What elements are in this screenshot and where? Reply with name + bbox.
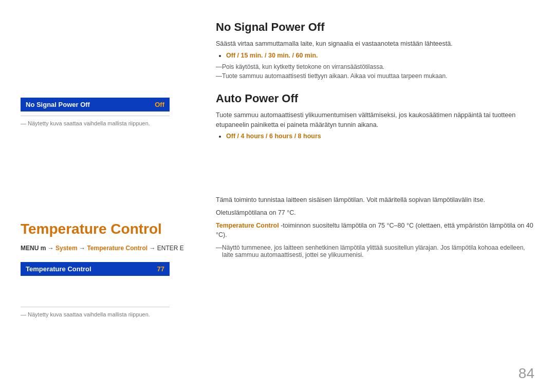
- temperature-title: Temperature Control: [21, 221, 195, 237]
- temperature-footnote-wrapper: ― Näytetty kuva saattaa vaihdella mallis…: [21, 307, 195, 318]
- menu-path-prefix: MENU m →: [21, 245, 55, 252]
- page-number: 84: [519, 365, 534, 382]
- no-signal-highlight-item: Off / 15 min. / 30 min. / 60 min.: [226, 52, 534, 59]
- auto-power-title: Auto Power Off: [216, 92, 534, 105]
- auto-power-section: Auto Power Off Tuote sammuu automaattise…: [216, 92, 534, 140]
- temperature-desc1: Tämä toiminto tunnistaa laitteen sisäise…: [216, 195, 534, 205]
- auto-power-highlight-list: Off / 4 hours / 6 hours / 8 hours: [216, 133, 534, 140]
- temperature-menu-label: Temperature Control: [26, 265, 91, 273]
- auto-power-highlight-item: Off / 4 hours / 6 hours / 8 hours: [226, 133, 534, 140]
- menu-path-arrow2: → ENTER E: [147, 245, 184, 252]
- no-signal-desc: Säästä virtaa sammuttamalla laite, kun s…: [216, 39, 534, 49]
- temperature-left-panel: Temperature Control MENU m → System → Te…: [21, 221, 195, 318]
- temperature-desc2: Oletuslämpötilana on 77 °C.: [216, 208, 534, 218]
- temperature-right-panel: Tämä toiminto tunnistaa laitteen sisäise…: [216, 195, 534, 260]
- no-signal-menu-value: Off: [155, 101, 164, 108]
- auto-power-highlight-text: Off / 4 hours / 6 hours / 8 hours: [226, 133, 321, 140]
- no-signal-menu-bar: No Signal Power Off Off: [21, 98, 170, 111]
- no-signal-menu-label: No Signal Power Off: [26, 101, 90, 108]
- no-signal-highlight-text: Off / 15 min. / 30 min. / 60 min.: [226, 52, 318, 59]
- no-signal-note-1: Pois käytöstä, kun kytketty tietokone on…: [216, 63, 534, 70]
- temperature-desc3: Temperature Control -toiminnon suositelt…: [216, 221, 534, 240]
- menu-path-system: System: [55, 245, 78, 252]
- no-signal-right-panel: No Signal Power Off Säästä virtaa sammut…: [216, 21, 534, 144]
- no-signal-left-panel: No Signal Power Off Off ― Näytetty kuva …: [21, 98, 170, 126]
- no-signal-highlight-list: Off / 15 min. / 30 min. / 60 min.: [216, 52, 534, 59]
- temperature-menu-path: MENU m → System → Temperature Control → …: [21, 245, 195, 252]
- temperature-divider: [21, 307, 170, 307]
- temperature-footnote: ― Näytetty kuva saattaa vaihdella mallis…: [21, 311, 195, 318]
- temperature-menu-bar-wrapper: Temperature Control 77: [21, 262, 195, 276]
- temperature-menu-bar: Temperature Control 77: [21, 262, 170, 276]
- no-signal-divider: [21, 116, 170, 116]
- temperature-note: Näyttö tummenee, jos laitteen senhetkine…: [216, 244, 534, 258]
- no-signal-footnote: ― Näytetty kuva saattaa vaihdella mallis…: [21, 120, 170, 126]
- temperature-desc3-label: Temperature Control: [216, 222, 279, 229]
- menu-path-control: Temperature Control: [87, 245, 147, 252]
- temperature-menu-value: 77: [157, 265, 164, 273]
- no-signal-title: No Signal Power Off: [216, 21, 534, 34]
- no-signal-note-2: Tuote sammuu automaattisesti tiettyyn ai…: [216, 72, 534, 80]
- menu-path-arrow1: →: [78, 245, 87, 252]
- auto-power-desc: Tuote sammuu automaattisesti ylikuumentu…: [216, 110, 534, 130]
